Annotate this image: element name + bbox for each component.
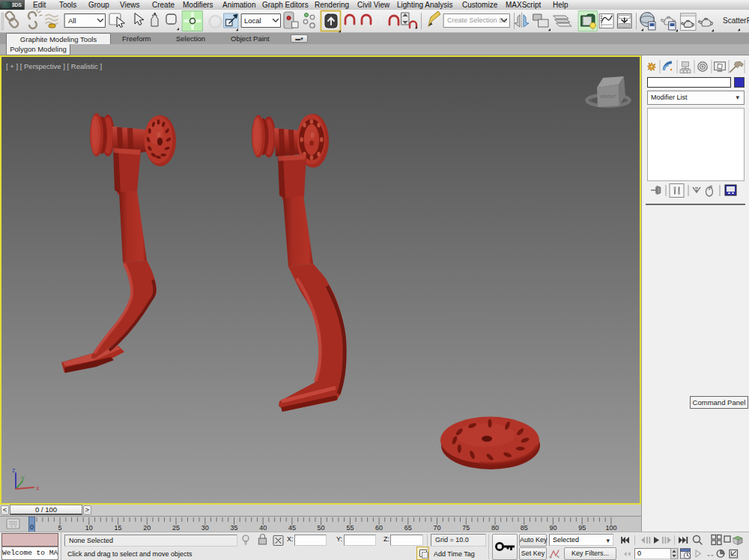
svg-text:25: 25 (172, 524, 180, 532)
svg-text:35: 35 (230, 524, 237, 532)
svg-text:80: 80 (491, 524, 499, 532)
svg-text:ScatterFX: ScatterFX (723, 16, 749, 25)
svg-text:z: z (12, 466, 16, 474)
svg-text:FRONT: FRONT (601, 94, 616, 99)
svg-text:Local: Local (244, 16, 261, 25)
svg-text:70: 70 (433, 524, 440, 532)
svg-text:75: 75 (462, 524, 470, 532)
svg-text:45: 45 (288, 524, 296, 532)
svg-text:60: 60 (375, 524, 383, 532)
svg-text:5: 5 (58, 524, 62, 532)
svg-text:65: 65 (404, 524, 412, 532)
svg-text:100: 100 (605, 524, 616, 532)
svg-text:0: 0 (30, 523, 34, 531)
svg-text:y: y (21, 474, 25, 481)
svg-text:x: x (36, 484, 40, 492)
svg-text:10: 10 (85, 524, 93, 532)
svg-text:All: All (68, 16, 76, 25)
svg-text:55: 55 (346, 524, 354, 532)
svg-text:85: 85 (521, 524, 528, 532)
svg-text:20: 20 (143, 524, 151, 532)
svg-text:30: 30 (201, 524, 209, 532)
svg-text:Create Selection Se: Create Selection Se (447, 16, 507, 24)
svg-text:95: 95 (578, 524, 586, 532)
svg-text:40: 40 (259, 524, 267, 532)
svg-text:90: 90 (549, 524, 557, 532)
svg-text:15: 15 (115, 524, 122, 532)
svg-text:50: 50 (318, 524, 325, 532)
